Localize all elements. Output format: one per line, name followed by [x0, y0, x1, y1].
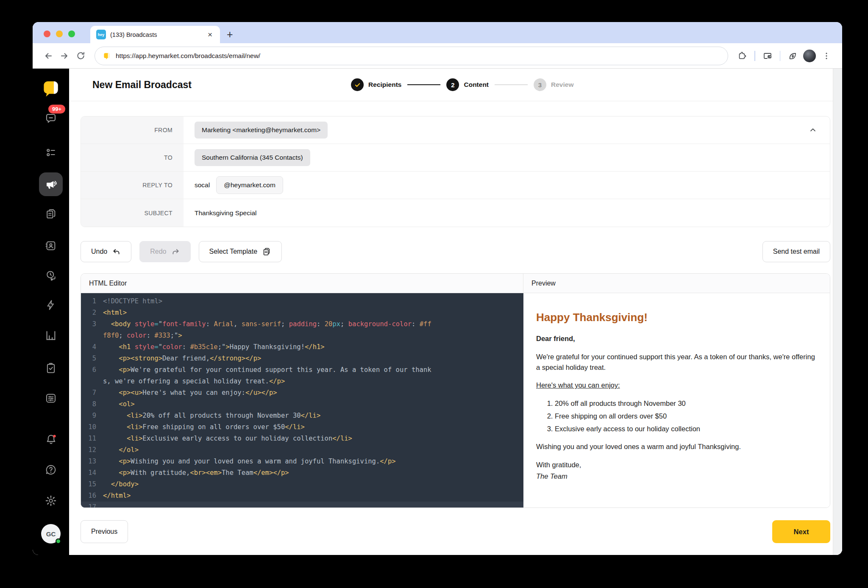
preview-greeting: Dear friend, — [536, 333, 817, 344]
sidebar-item-templates[interactable] — [41, 204, 61, 224]
sidebar-item-contact-card[interactable] — [41, 236, 61, 256]
code-line: 5 <p><strong>Dear friend,</strong></p> — [81, 353, 523, 364]
line-number: 7 — [81, 387, 103, 399]
step-upcoming-circle: 3 — [534, 78, 546, 91]
step-done-circle — [351, 78, 364, 91]
preview-paragraph: We're grateful for your continued suppor… — [536, 352, 817, 373]
step-label: Content — [464, 81, 489, 89]
subject-label: SUBJECT — [81, 199, 184, 227]
url-text: https://app.heymarket.com/broadcasts/ema… — [116, 52, 260, 60]
code-line: 12 </ol> — [81, 444, 523, 456]
unread-badge: 99+ — [48, 105, 65, 114]
browser-toolbar: https://app.heymarket.com/broadcasts/ema… — [33, 43, 842, 69]
code-text: <p>With gratitude,<br><em>The Team</em><… — [103, 467, 293, 479]
preview-header: Preview — [523, 274, 564, 293]
url-bar[interactable]: https://app.heymarket.com/broadcasts/ema… — [95, 47, 728, 65]
select-template-label: Select Template — [209, 248, 258, 255]
sidebar-item-notifications[interactable] — [41, 429, 61, 449]
from-chip[interactable]: Marketing <marketing@heymarket.com> — [195, 122, 328, 139]
sidebar-item-broadcasts[interactable] — [39, 172, 63, 196]
reply-to-row: REPLY TO socal @heymarket.com — [81, 172, 830, 199]
step-recipients[interactable]: Recipients — [351, 78, 401, 91]
sidebar-item-help[interactable] — [41, 460, 61, 480]
user-avatar[interactable]: GC — [41, 524, 61, 544]
next-button[interactable]: Next — [772, 520, 830, 543]
reply-to-input[interactable]: socal — [195, 181, 210, 189]
collapse-form-button[interactable] — [809, 126, 819, 134]
tasks-clipboard-icon — [45, 362, 57, 374]
wizard-footer: Previous Next — [81, 520, 830, 543]
screen-search-icon — [762, 51, 773, 61]
code-line: 17 — [81, 502, 523, 508]
app-area: 99+ — [33, 69, 842, 555]
html-code-editor[interactable]: 1<!DOCTYPE html>2<html>3 <body style="fo… — [81, 293, 523, 508]
close-tab-icon[interactable]: × — [206, 30, 214, 39]
zoom-window-button[interactable] — [68, 31, 75, 37]
sidebar-item-tasks[interactable] — [41, 358, 61, 378]
chevron-up-icon — [809, 126, 817, 134]
extensions-button[interactable] — [734, 48, 750, 64]
previous-button[interactable]: Previous — [81, 520, 128, 543]
sidebar-item-chats[interactable]: 99+ — [41, 108, 61, 129]
new-tab-button[interactable]: + — [227, 29, 233, 40]
code-text: </ol> — [103, 444, 143, 456]
sidebar-item-automations[interactable] — [41, 295, 61, 315]
undo-label: Undo — [91, 248, 107, 255]
html-editor-header: HTML Editor — [81, 274, 523, 293]
undo-button[interactable]: Undo — [81, 241, 131, 262]
close-window-button[interactable] — [44, 31, 50, 37]
code-line: 6 <p>We're grateful for your continued s… — [81, 364, 523, 376]
send-test-email-button[interactable]: Send test email — [762, 241, 830, 262]
line-number: 15 — [81, 479, 103, 490]
redo-button[interactable]: Redo — [139, 241, 190, 262]
line-number: 17 — [81, 502, 103, 508]
settings-gear-icon — [45, 494, 57, 507]
reply-domain-chip[interactable]: @heymarket.com — [216, 176, 283, 194]
site-favicon — [103, 52, 111, 60]
step-label: Recipients — [368, 81, 401, 89]
code-line: 8 <ol> — [81, 399, 523, 410]
code-line: f8f0; color: #333;"> — [81, 330, 523, 341]
preview-closing: With gratitude, — [536, 460, 817, 470]
performance-button[interactable] — [785, 48, 801, 64]
step-content[interactable]: 2 Content — [446, 78, 489, 91]
code-line: 4 <h1 style="color: #b35c1e;">Happy Than… — [81, 341, 523, 353]
stepper: Recipients 2 Content 3 Review — [351, 78, 573, 91]
profile-avatar[interactable] — [803, 50, 816, 62]
line-number: 10 — [81, 422, 103, 433]
help-icon — [45, 463, 57, 476]
preview-list: 20% off all products through November 30… — [536, 398, 817, 434]
page-scrollbar[interactable] — [833, 69, 842, 555]
code-text: <html> — [103, 307, 131, 319]
subject-input[interactable]: Thanksgiving Special — [195, 209, 256, 217]
browser-tab[interactable]: hey (133) Broadcasts × — [90, 26, 220, 43]
step-review[interactable]: 3 Review — [534, 78, 573, 91]
line-number: 16 — [81, 490, 103, 502]
to-label: TO — [81, 144, 184, 171]
code-line: s, we're offering a special holiday trea… — [81, 376, 523, 387]
contact-card-icon — [45, 239, 57, 252]
code-line: 10 <li>Free shipping on all orders over … — [81, 422, 523, 433]
reload-button[interactable] — [72, 48, 89, 64]
browser-menu-button[interactable] — [818, 48, 835, 64]
sidebar-item-analytics[interactable] — [41, 325, 61, 346]
forward-button[interactable] — [56, 48, 72, 64]
undo-icon — [112, 247, 121, 256]
page-title: New Email Broadcast — [92, 79, 192, 91]
main-content: New Email Broadcast Recipients 2 Content — [69, 69, 842, 555]
back-button[interactable] — [40, 48, 56, 64]
sidebar-item-scheduled[interactable] — [41, 265, 61, 286]
automations-lightning-icon — [45, 299, 57, 311]
to-chip[interactable]: Southern California (345 Contacts) — [195, 149, 310, 166]
minimize-window-button[interactable] — [56, 31, 63, 37]
sidebar-item-contacts[interactable] — [41, 142, 61, 163]
screen-search-button[interactable] — [760, 48, 776, 64]
line-number: 12 — [81, 444, 103, 456]
analytics-chart-icon — [45, 329, 57, 342]
heymarket-logo[interactable] — [41, 79, 61, 99]
select-template-button[interactable]: Select Template — [199, 241, 282, 262]
code-text: <li>Free shipping on all orders over $50… — [103, 422, 309, 433]
sidebar-item-forms[interactable] — [41, 388, 61, 408]
code-text: <ol> — [103, 399, 139, 410]
sidebar-item-settings[interactable] — [41, 491, 61, 511]
